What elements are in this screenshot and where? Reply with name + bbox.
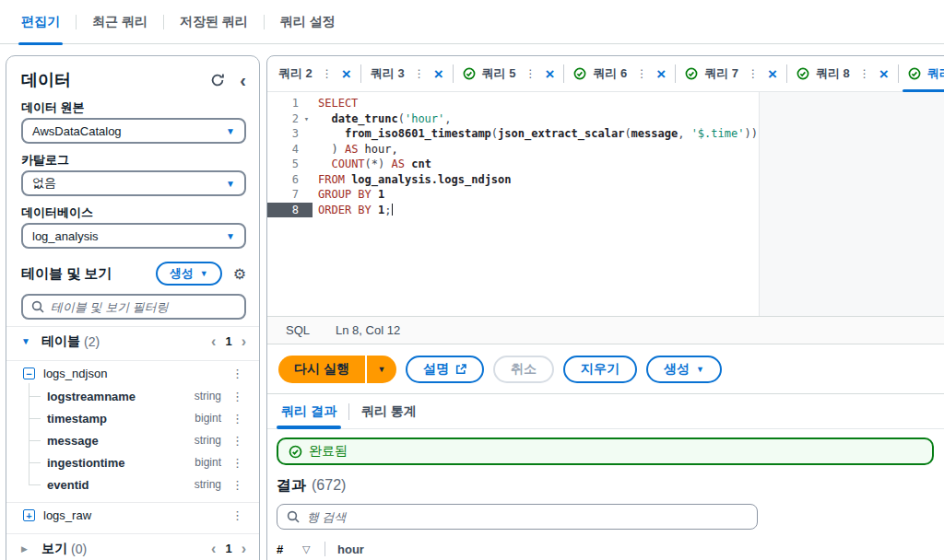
collapse-panel-icon[interactable]: [240, 71, 246, 89]
code-line[interactable]: 4 ) AS hour,: [267, 142, 944, 158]
code-text: SELECT: [313, 96, 358, 111]
table-filter-input[interactable]: [51, 300, 236, 314]
kebab-menu-icon[interactable]: [633, 67, 650, 80]
column-row[interactable]: messagestring: [21, 429, 246, 451]
close-tab-icon[interactable]: [768, 66, 777, 82]
column-tree: logstreamnamestringtimestampbigintmessag…: [21, 385, 246, 496]
code-token: [318, 158, 331, 170]
fold-icon[interactable]: [301, 111, 313, 127]
database-select[interactable]: log_analysis: [21, 223, 246, 249]
tab-최근 쿼리[interactable]: 최근 쿼리: [78, 0, 161, 44]
kebab-menu-icon[interactable]: [319, 67, 336, 80]
column-row[interactable]: ingestiontimebigint: [21, 451, 246, 473]
explain-button[interactable]: 설명: [406, 356, 484, 383]
collapse-table-icon[interactable]: [23, 368, 35, 379]
code-line[interactable]: 2 date_trunc('hour',: [267, 111, 944, 127]
query-tab-쿼리 8[interactable]: 쿼리 8: [787, 56, 898, 92]
line-number: 1: [267, 96, 301, 111]
kebab-menu-icon[interactable]: [411, 67, 428, 80]
code-line[interactable]: 1SELECT: [267, 96, 944, 111]
kebab-menu-icon[interactable]: [229, 478, 246, 492]
column-row[interactable]: logstreamnamestring: [21, 385, 246, 407]
prev-page-icon[interactable]: [211, 541, 216, 557]
create-button[interactable]: 생성: [156, 262, 222, 286]
column-name: ingestiontime: [47, 456, 195, 470]
search-icon: [287, 510, 300, 523]
run-options-caret[interactable]: [367, 356, 396, 383]
code-line[interactable]: 3 from_iso8601_timestamp(json_extract_sc…: [267, 126, 944, 142]
clear-button[interactable]: 지우기: [563, 356, 637, 383]
filter-icon[interactable]: [302, 543, 324, 555]
column-row[interactable]: eventidstring: [21, 473, 246, 496]
divider: [324, 542, 325, 556]
hour-column-header[interactable]: hour: [337, 542, 364, 556]
table-row-logs-ndjson[interactable]: logs_ndjson: [21, 362, 246, 385]
kebab-menu-icon[interactable]: [229, 412, 246, 426]
query-tab-쿼리 2[interactable]: 쿼리 2: [269, 56, 360, 92]
catalog-label: 카탈로그: [21, 152, 246, 167]
query-success-banner: 완료됨: [277, 438, 934, 465]
catalog-select[interactable]: 없음: [21, 170, 246, 196]
kebab-menu-icon[interactable]: [229, 456, 246, 470]
column-row[interactable]: timestampbigint: [21, 407, 246, 429]
kebab-menu-icon[interactable]: [229, 367, 246, 380]
results-tab-쿼리 결과[interactable]: 쿼리 결과: [269, 394, 348, 429]
run-again-split-button[interactable]: 다시 실행: [278, 356, 396, 383]
views-section-row[interactable]: 보기 (0) 1: [21, 536, 246, 560]
prev-page-icon[interactable]: [211, 333, 216, 350]
create-query-button[interactable]: 생성: [646, 356, 722, 383]
query-tab-쿼리 3[interactable]: 쿼리 3: [361, 56, 453, 92]
code-line[interactable]: 7GROUP BY 1: [267, 187, 944, 203]
query-tab-쿼리 7[interactable]: 쿼리 7: [676, 56, 786, 92]
sql-editor[interactable]: 1SELECT2 date_trunc('hour',3 from_iso860…: [267, 92, 944, 316]
expand-table-icon[interactable]: [23, 509, 35, 521]
section-expanded-icon[interactable]: [21, 336, 41, 346]
column-type: string: [195, 478, 221, 491]
close-tab-icon[interactable]: [342, 66, 351, 82]
row-number-header: #: [277, 542, 302, 556]
kebab-menu-icon[interactable]: [229, 434, 246, 448]
tab-쿼리 설정[interactable]: 쿼리 설정: [266, 0, 349, 44]
code-token: (: [398, 112, 405, 125]
code-line[interactable]: 8ORDER BY 1;: [267, 203, 944, 218]
close-tab-icon[interactable]: [434, 66, 443, 82]
kebab-menu-icon[interactable]: [229, 508, 246, 522]
gutter-cell: 3: [267, 126, 313, 142]
query-tab-bar: 쿼리 2쿼리 3쿼리 5쿼리 6쿼리 7쿼리 8쿼리 9: [267, 56, 944, 92]
kebab-menu-icon[interactable]: [856, 67, 873, 80]
tab-저장된 쿼리[interactable]: 저장된 쿼리: [166, 0, 262, 44]
gear-icon[interactable]: [233, 265, 246, 283]
divider: [6, 502, 259, 503]
catalog-value: 없음: [32, 175, 226, 192]
kebab-menu-icon[interactable]: [522, 67, 538, 80]
tables-section-row[interactable]: 테이블 (2) 1: [21, 329, 246, 354]
tables-views-title: 테이블 및 보기: [21, 265, 156, 283]
close-tab-icon[interactable]: [879, 66, 889, 82]
table-row-logs-raw[interactable]: logs_raw: [21, 504, 246, 527]
fold-slot: [301, 187, 313, 203]
tab-편집기[interactable]: 편집기: [7, 0, 74, 44]
section-collapsed-icon[interactable]: [21, 544, 41, 554]
kebab-menu-icon[interactable]: [745, 67, 761, 80]
results-tab-쿼리 통계[interactable]: 쿼리 통계: [349, 394, 429, 429]
query-tab-쿼리 6[interactable]: 쿼리 6: [564, 56, 675, 92]
kebab-menu-icon[interactable]: [229, 390, 246, 403]
explain-button-label: 설명: [423, 361, 449, 378]
close-tab-icon[interactable]: [545, 66, 554, 82]
query-tab-label: 쿼리 8: [816, 65, 850, 82]
run-again-button[interactable]: 다시 실행: [278, 356, 365, 383]
row-search-input[interactable]: [307, 510, 748, 524]
next-page-icon[interactable]: [242, 333, 246, 350]
data-source-select[interactable]: AwsDataCatalog: [21, 118, 246, 144]
code-token: (*): [365, 158, 385, 170]
code-line[interactable]: 5 COUNT(*) AS cnt: [267, 157, 944, 172]
chevron-down-icon: [200, 269, 208, 278]
next-page-icon[interactable]: [242, 541, 246, 557]
code-line[interactable]: 6FROM log_analysis.logs_ndjson: [267, 172, 944, 188]
query-tab-쿼리 9[interactable]: 쿼리 9: [899, 56, 944, 92]
close-tab-icon[interactable]: [656, 66, 666, 82]
refresh-icon[interactable]: [210, 73, 225, 88]
query-tab-label: 쿼리 5: [482, 65, 516, 82]
query-tab-쿼리 5[interactable]: 쿼리 5: [454, 56, 564, 92]
code-text: FROM log_analysis.logs_ndjson: [313, 172, 512, 188]
